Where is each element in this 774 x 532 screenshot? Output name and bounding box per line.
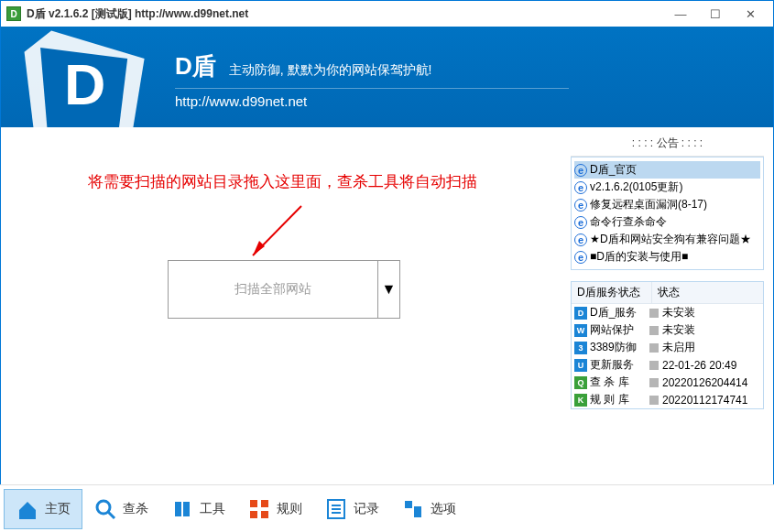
window-title: D盾 v2.1.6.2 [测试版] http://www.d99net.net (27, 6, 663, 22)
service-state: 22-01-26 20:49 (662, 359, 736, 372)
service-icon: U (574, 359, 587, 372)
notice-icon: e (574, 181, 587, 194)
service-state: 20220126204414 (662, 376, 747, 389)
app-icon: D (6, 6, 21, 21)
notice-item[interactable]: ev2.1.6.2(0105更新) (574, 179, 760, 196)
notice-list: eD盾_官页ev2.1.6.2(0105更新)e修复远程桌面漏洞(8-17)e命… (571, 157, 764, 270)
status-header: D盾服务状态 状态 (572, 282, 763, 304)
scan-dropbox[interactable]: 扫描全部网站 ▼ (168, 260, 400, 319)
banner-title: D盾 (175, 50, 216, 82)
svg-rect-18 (405, 501, 412, 508)
toolbar-label: 主页 (45, 501, 71, 517)
notice-header: : : : : 公告 : : : : (571, 133, 764, 157)
svg-text:D: D (64, 52, 105, 116)
service-icon: D (574, 307, 587, 320)
toolbar-rules-button[interactable]: 规则 (236, 489, 313, 529)
logo-icon: D (12, 27, 158, 127)
toolbar-label: 记录 (354, 501, 379, 517)
notice-item[interactable]: e修复远程桌面漏洞(8-17) (574, 196, 760, 213)
home-icon (16, 497, 39, 521)
toolbar-options-button[interactable]: 选项 (390, 489, 467, 529)
state-dot-icon (649, 396, 659, 405)
close-button[interactable]: ✕ (733, 5, 768, 23)
service-state: 20220112174741 (662, 394, 747, 407)
svg-marker-4 (253, 241, 265, 255)
status-row: DD盾_服务未安装 (572, 304, 763, 321)
notice-text: 命令行查杀命令 (590, 214, 667, 230)
notice-icon: e (574, 251, 587, 264)
svg-point-6 (97, 501, 110, 514)
notice-icon: e (574, 216, 587, 229)
status-header-col1: D盾服务状态 (572, 282, 652, 303)
dropbox-dropdown-button[interactable]: ▼ (377, 261, 399, 318)
instruction-text: 将需要扫描的网站目录拖入这里面，查杀工具将自动扫描 (88, 171, 477, 192)
toolbar-label: 规则 (277, 501, 302, 517)
banner-text: D盾 主动防御, 默默为你的网站保驾护航! http://www.d99net.… (175, 27, 773, 109)
status-row: 33389防御未启用 (572, 339, 763, 356)
svg-rect-10 (250, 500, 257, 507)
state-dot-icon (649, 309, 659, 318)
service-icon: W (574, 324, 587, 337)
service-name: 规 则 库 (590, 392, 629, 407)
notice-item[interactable]: e命令行查杀命令 (574, 213, 760, 231)
toolbar-list-button[interactable]: 记录 (313, 489, 390, 529)
banner-slogan: 主动防御, 默默为你的网站保驾护航! (229, 62, 432, 79)
banner: D D盾 主动防御, 默默为你的网站保驾护航! http://www.d99ne… (1, 27, 773, 127)
toolbar-home-button[interactable]: 主页 (4, 489, 82, 529)
maximize-button[interactable]: ☐ (698, 5, 733, 23)
status-row: K规 则 库20220112174741 (572, 391, 763, 408)
service-state: 未安装 (662, 322, 695, 338)
toolbar-label: 选项 (431, 501, 456, 517)
service-state: 未安装 (662, 305, 695, 320)
notice-text: v2.1.6.2(0105更新) (590, 179, 682, 195)
main-pane: 将需要扫描的网站目录拖入这里面，查杀工具将自动扫描 扫描全部网站 ▼ (1, 127, 567, 484)
svg-rect-11 (261, 500, 268, 507)
minimize-button[interactable]: — (663, 5, 698, 23)
titlebar: D D盾 v2.1.6.2 [测试版] http://www.d99net.ne… (1, 1, 773, 27)
list-icon (324, 497, 348, 521)
svg-rect-19 (414, 506, 421, 517)
toolbar-label: 查杀 (123, 501, 148, 517)
service-name: D盾_服务 (590, 305, 637, 320)
options-icon (401, 497, 425, 521)
status-row: U更新服务22-01-26 20:49 (572, 356, 763, 374)
notice-icon: e (574, 164, 587, 177)
dropbox-label: 扫描全部网站 (169, 261, 377, 318)
toolbar-label: 工具 (200, 501, 225, 517)
notice-text: 修复远程桌面漏洞(8-17) (590, 197, 707, 212)
svg-rect-8 (175, 502, 181, 516)
toolbar: 主页查杀工具规则记录选项 (0, 484, 774, 532)
service-name: 更新服务 (590, 357, 634, 373)
service-icon: K (574, 394, 587, 407)
search-icon (93, 497, 117, 521)
state-dot-icon (649, 378, 659, 387)
side-pane: : : : : 公告 : : : : eD盾_官页ev2.1.6.2(0105更… (567, 127, 773, 484)
notice-text: ■D盾的安装与使用■ (590, 249, 688, 265)
status-row: Q查 杀 库20220126204414 (572, 374, 763, 391)
service-state: 未启用 (662, 340, 695, 355)
notice-item[interactable]: e■D盾的安装与使用■ (574, 248, 760, 266)
rules-icon (247, 497, 271, 521)
state-dot-icon (649, 326, 659, 335)
notice-text: D盾_官页 (590, 162, 637, 178)
toolbar-tools-button[interactable]: 工具 (159, 489, 236, 529)
status-header-col2: 状态 (652, 282, 763, 303)
status-box: D盾服务状态 状态 DD盾_服务未安装W网站保护未安装33389防御未启用U更新… (571, 281, 764, 409)
svg-rect-12 (250, 511, 257, 518)
service-name: 3389防御 (590, 340, 637, 355)
svg-rect-13 (261, 511, 268, 518)
notice-item[interactable]: eD盾_官页 (574, 161, 760, 179)
status-row: W网站保护未安装 (572, 321, 763, 339)
notice-icon: e (574, 199, 587, 212)
notice-text: ★D盾和网站安全狗有兼容问题★ (590, 232, 751, 247)
toolbar-search-button[interactable]: 查杀 (82, 489, 159, 529)
state-dot-icon (649, 343, 659, 353)
notice-item[interactable]: e★D盾和网站安全狗有兼容问题★ (574, 231, 760, 248)
service-name: 网站保护 (590, 322, 634, 338)
svg-rect-9 (183, 502, 190, 516)
svg-marker-5 (19, 502, 36, 519)
service-icon: 3 (574, 342, 587, 354)
service-icon: Q (574, 376, 587, 389)
svg-line-7 (108, 512, 114, 518)
state-dot-icon (649, 361, 659, 370)
